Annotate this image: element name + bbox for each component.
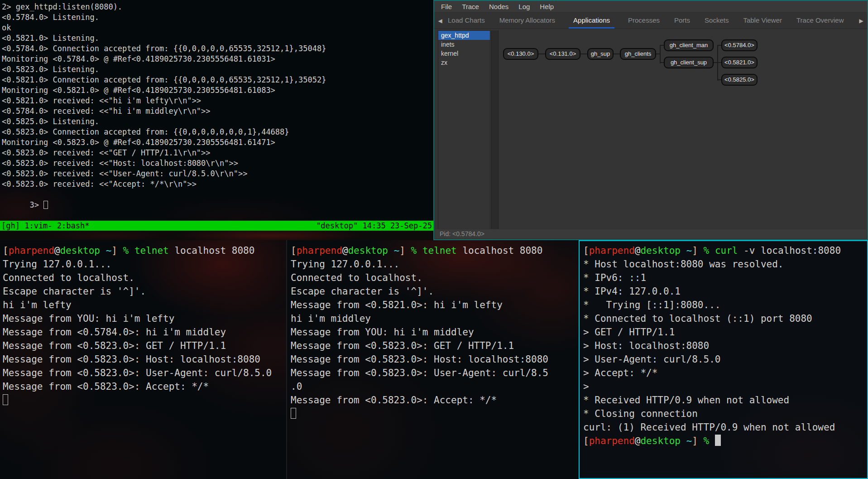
tree-edge bbox=[717, 45, 721, 46]
tree-edge bbox=[660, 45, 661, 63]
cursor-line bbox=[3, 393, 286, 407]
terminal-line: 2> gex_httpd:listen(8080). bbox=[2, 2, 433, 12]
erlang-prompt: 3> bbox=[29, 200, 43, 209]
tree-edge bbox=[714, 62, 717, 63]
erlang-observer-window: File Trace Nodes Log Help ◀ Load ChartsM… bbox=[433, 0, 868, 240]
terminal-line: .0 bbox=[291, 380, 579, 393]
terminal-line: <0.5823.0> received: <<"GET / HTTP/1.1\r… bbox=[2, 148, 433, 158]
terminal-line: Message from <0.5823.0>: Accept: */* bbox=[3, 380, 286, 393]
process-node-0.5821.0[interactable]: <0.5821.0> bbox=[721, 57, 758, 68]
tab-scroll-left-icon[interactable]: ◀ bbox=[434, 18, 446, 24]
terminal-line: Message from <0.5823.0>: Host: localhost… bbox=[291, 353, 579, 366]
observer-tabs: Load ChartsMemory AllocatorsApplications… bbox=[446, 13, 844, 29]
command-name: telnet bbox=[134, 245, 169, 256]
tree-edge bbox=[614, 53, 620, 54]
text-cursor bbox=[43, 201, 48, 209]
erlang-shell-terminal[interactable]: 2> gex_httpd:listen(8080).<0.5784.0> Lis… bbox=[0, 0, 433, 221]
terminal-line: Connected to localhost. bbox=[3, 271, 286, 285]
terminal-line: hi i'm middley bbox=[291, 312, 579, 325]
terminal-line: * IPv6: ::1 bbox=[583, 271, 867, 285]
tab-load-charts[interactable]: Load Charts bbox=[447, 13, 486, 29]
tree-edge bbox=[656, 53, 660, 54]
tree-edge bbox=[717, 62, 721, 63]
process-node-0.131.0[interactable]: <0.131.0> bbox=[545, 48, 580, 60]
terminal-line: * Host localhost:8080 was resolved. bbox=[583, 257, 867, 271]
menu-log[interactable]: Log bbox=[513, 1, 535, 13]
terminal-line: Message from <0.5823.0>: Accept: */* bbox=[291, 393, 579, 407]
tab-memory-allocators[interactable]: Memory Allocators bbox=[499, 13, 556, 29]
status-pid-text: Pid: <0.5784.0> bbox=[440, 230, 484, 237]
text-cursor bbox=[715, 435, 721, 446]
shell-prompt-line: [pharpend@desktop ~] % bbox=[583, 434, 867, 448]
tab-trace-overview[interactable]: Trace Overview bbox=[796, 13, 844, 29]
terminal-line: Connected to localhost. bbox=[291, 271, 579, 285]
tab-ports[interactable]: Ports bbox=[673, 13, 691, 29]
terminal-line: Message from <0.5823.0>: GET / HTTP/1.1 bbox=[291, 339, 579, 353]
terminal-line: <0.5823.0> Listening. bbox=[2, 64, 433, 75]
terminal-line: <0.5823.0> Connection accepted from: {{0… bbox=[2, 127, 433, 137]
process-node-gh_clients[interactable]: gh_clients bbox=[620, 48, 656, 60]
terminal-line: > Accept: */* bbox=[583, 366, 867, 380]
prompt-username: pharpend bbox=[297, 245, 342, 256]
terminal-line: Monitoring <0.5784.0> @ #Ref<0.418902573… bbox=[2, 54, 433, 64]
process-node-gh_client_man[interactable]: gh_client_man bbox=[664, 39, 714, 51]
terminal-line: ok bbox=[2, 23, 433, 33]
terminal-line: <0.5821.0> Connection accepted from: {{0… bbox=[2, 75, 433, 85]
tmux-window-list[interactable]: [gh] 1:vim- 2:bash* bbox=[1, 221, 89, 231]
tab-processes[interactable]: Processes bbox=[627, 13, 661, 29]
menu-trace[interactable]: Trace bbox=[457, 1, 484, 13]
tree-edge bbox=[660, 45, 664, 46]
terminal-line: * Connected to localhost (::1) port 8080 bbox=[583, 312, 867, 325]
terminal-line: Message from YOU: hi i'm middley bbox=[291, 325, 579, 339]
terminal-line: Trying 127.0.0.1... bbox=[291, 257, 579, 271]
terminal-line: * IPv4: 127.0.0.1 bbox=[583, 285, 867, 298]
tmux-host-clock: "desktop" 14:35 23-Sep-25 bbox=[316, 221, 432, 231]
terminal-line: Message from YOU: hi i'm lefty bbox=[3, 312, 286, 325]
terminal-pane-telnet-lefty[interactable]: [pharpend@desktop ~] % telnet localhost … bbox=[0, 240, 287, 479]
terminal-line: curl: (1) Received HTTP/0.9 when not all… bbox=[583, 421, 867, 434]
menu-nodes[interactable]: Nodes bbox=[484, 1, 513, 13]
observer-menubar: File Trace Nodes Log Help bbox=[434, 1, 867, 13]
terminal-pane-telnet-middley[interactable]: [pharpend@desktop ~] % telnet localhost … bbox=[288, 240, 579, 479]
text-cursor bbox=[291, 408, 296, 419]
menu-help[interactable]: Help bbox=[535, 1, 559, 13]
tab-table-viewer[interactable]: Table Viewer bbox=[742, 13, 783, 29]
terminal-line: Escape character is '^]'. bbox=[3, 285, 286, 298]
prompt-hostname: desktop bbox=[348, 245, 388, 256]
terminal-line: * Closing connection bbox=[583, 407, 867, 421]
terminal-pane-curl-active[interactable]: [pharpend@desktop ~] % curl -v localhost… bbox=[579, 240, 868, 479]
desktop: 2> gex_httpd:listen(8080).<0.5784.0> Lis… bbox=[0, 0, 868, 479]
process-node-gh_sup[interactable]: gh_sup bbox=[587, 48, 614, 60]
observer-statusbar: Pid: <0.5784.0> bbox=[435, 229, 866, 238]
tab-applications[interactable]: Applications bbox=[569, 13, 614, 29]
terminal-line: Message from <0.5823.0>: Host: localhost… bbox=[3, 353, 286, 366]
tree-edge bbox=[660, 62, 664, 63]
prompt-hostname: desktop bbox=[640, 245, 681, 256]
shell-prompt-line: [pharpend@desktop ~] % telnet localhost … bbox=[3, 244, 286, 257]
terminal-line: <0.5823.0> received: <<"User-Agent: curl… bbox=[2, 169, 433, 179]
terminal-line: hi i'm lefty bbox=[3, 298, 286, 312]
cursor-line bbox=[291, 407, 579, 421]
shell-prompt-line: [pharpend@desktop ~] % curl -v localhost… bbox=[583, 244, 867, 257]
terminal-line: Message from <0.5823.0>: GET / HTTP/1.1 bbox=[3, 339, 286, 353]
process-node-0.130.0[interactable]: <0.130.0> bbox=[503, 48, 538, 60]
tree-edge bbox=[538, 53, 545, 54]
process-node-gh_client_sup[interactable]: gh_client_sup bbox=[664, 57, 714, 68]
prompt-username: pharpend bbox=[9, 245, 54, 256]
tab-scroll-right-icon[interactable]: ▶ bbox=[855, 18, 867, 24]
terminal-line: > bbox=[583, 380, 867, 393]
tree-edge bbox=[580, 53, 587, 54]
terminal-output: Trying 127.0.0.1...Connected to localhos… bbox=[291, 257, 579, 407]
tab-sockets[interactable]: Sockets bbox=[704, 13, 729, 29]
terminal-line: Escape character is '^]'. bbox=[291, 285, 579, 298]
terminal-line: Message from <0.5823.0>: User-Agent: cur… bbox=[291, 366, 579, 380]
shell-prompt-line: [pharpend@desktop ~] % telnet localhost … bbox=[291, 244, 579, 257]
terminal-line: > User-Agent: curl/8.5.0 bbox=[583, 353, 867, 366]
process-node-0.5825.0[interactable]: <0.5825.0> bbox=[721, 74, 758, 86]
terminal-line: Message from <0.5823.0>: User-Agent: cur… bbox=[3, 366, 286, 380]
terminal-line: <0.5825.0> Listening. bbox=[2, 116, 433, 127]
process-node-0.5784.0[interactable]: <0.5784.0> bbox=[721, 39, 758, 51]
terminal-line: Message from <0.5784.0>: hi i'm middley bbox=[3, 325, 286, 339]
menu-file[interactable]: File bbox=[436, 1, 457, 13]
observer-tabbar: ◀ Load ChartsMemory AllocatorsApplicatio… bbox=[434, 13, 867, 29]
